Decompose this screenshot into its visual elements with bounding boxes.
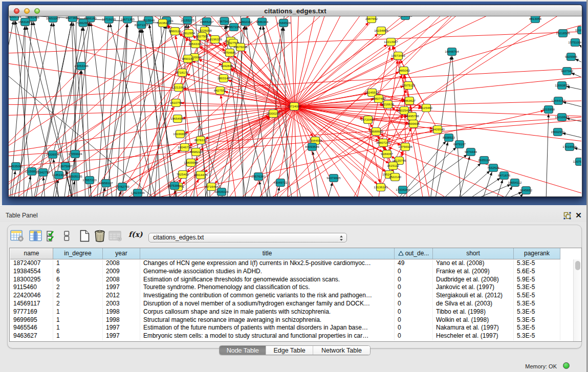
cell-out_degree[interactable]: 0: [395, 268, 433, 276]
graph-edge[interactable]: [186, 74, 294, 107]
table-row[interactable]: 977716911998Corpus callosum shape and si…: [10, 308, 574, 316]
graph-edge[interactable]: [498, 193, 523, 197]
cell-year[interactable]: 2008: [103, 259, 140, 268]
cell-name[interactable]: 9463627: [10, 332, 53, 340]
column-header-in_degree[interactable]: in_degree: [53, 248, 103, 259]
cell-name[interactable]: 9777169: [10, 308, 53, 316]
cell-year[interactable]: 1997: [103, 324, 140, 332]
cell-name[interactable]: 18724007: [10, 259, 53, 268]
graph-node[interactable]: 16155275: [181, 16, 195, 24]
cell-out_degree[interactable]: 0: [395, 308, 433, 316]
graph-node[interactable]: 9242845: [221, 62, 233, 70]
graph-node[interactable]: 1615112: [387, 162, 399, 170]
graph-node[interactable]: 12093873: [555, 82, 569, 90]
graph-node[interactable]: 8215958: [542, 106, 555, 114]
cell-pagerank[interactable]: 5.3E-5: [514, 308, 560, 316]
graph-edge[interactable]: [214, 106, 294, 184]
table-row[interactable]: 1456911722003Disruption of a novel membe…: [10, 300, 574, 308]
graph-node[interactable]: 11675345: [573, 158, 581, 166]
cell-out_degree[interactable]: 0: [395, 276, 433, 284]
graph-node[interactable]: 8813054: [529, 16, 542, 23]
tab-node-table[interactable]: Node Table: [220, 346, 266, 355]
graph-edge[interactable]: [294, 16, 581, 106]
graph-node[interactable]: 7163822: [157, 19, 169, 27]
graph-node[interactable]: 9329966: [565, 53, 578, 61]
graph-node[interactable]: 10719155: [102, 16, 116, 23]
graph-node[interactable]: 12444157: [551, 97, 565, 105]
graph-node[interactable]: 1610755: [170, 99, 183, 107]
graph-node[interactable]: 10654112: [508, 179, 522, 187]
graph-node[interactable]: 9699695: [407, 120, 420, 128]
cell-year[interactable]: 1998: [103, 308, 140, 316]
graph-node[interactable]: 15720407: [361, 116, 375, 124]
cell-out_degree[interactable]: 0: [395, 300, 433, 308]
cell-out_degree[interactable]: 0: [395, 283, 433, 292]
graph-node[interactable]: 19166825: [173, 130, 187, 138]
table-row[interactable]: 2242004622012Investigating the contribut…: [10, 292, 574, 300]
cell-out_degree[interactable]: 0: [395, 324, 433, 332]
cell-pagerank[interactable]: 5.5E-5: [514, 292, 560, 300]
graph-node[interactable]: 8660124: [169, 28, 182, 35]
graph-node[interactable]: 7857224: [228, 24, 241, 31]
table-row[interactable]: 1872400712008Changes of HCN gene express…: [10, 259, 574, 268]
function-builder-icon[interactable]: f(x): [128, 230, 143, 238]
column-selector-button[interactable]: [47, 231, 58, 244]
graph-node[interactable]: 17684528: [276, 19, 291, 27]
table-row[interactable]: 969969511998Structural magnetic resonanc…: [10, 316, 574, 324]
table-row[interactable]: 911546021997Tourette syndrome. Phenomeno…: [10, 283, 574, 292]
scrollbar-thumb[interactable]: [575, 261, 580, 270]
cell-year[interactable]: 1998: [103, 316, 140, 324]
cell-in_degree[interactable]: 2: [53, 300, 103, 308]
graph-edge[interactable]: [575, 59, 581, 70]
cell-pagerank[interactable]: 5.3E-5: [514, 259, 560, 268]
table-row[interactable]: 1830029562008Estimation of significance …: [10, 276, 574, 284]
graph-node[interactable]: 19218506: [556, 30, 570, 37]
graph-node[interactable]: 9463627: [403, 97, 416, 105]
cell-in_degree[interactable]: 2: [53, 283, 103, 292]
cell-pagerank[interactable]: 5.9E-5: [514, 276, 560, 284]
graph-node[interactable]: 8678332: [194, 137, 207, 144]
cell-year[interactable]: 2008: [103, 276, 140, 284]
graph-node[interactable]: 16671355: [120, 16, 135, 23]
table-row[interactable]: 946554611997Estimation of the future num…: [10, 324, 574, 332]
graph-edge[interactable]: [100, 16, 123, 197]
graph-node[interactable]: 19654955: [170, 115, 185, 123]
graph-edge[interactable]: [435, 178, 500, 197]
cell-in_degree[interactable]: 1: [53, 316, 103, 324]
graph-edge[interactable]: [99, 187, 105, 197]
network-graph[interactable]: 1405572420691406106532671527360264661601…: [9, 16, 581, 197]
graph-node[interactable]: 2935114: [478, 157, 490, 164]
graph-edge[interactable]: [9, 16, 294, 106]
cell-in_degree[interactable]: 6: [53, 276, 103, 284]
graph-node[interactable]: 17016504: [562, 143, 577, 151]
cell-short[interactable]: Franke et al. (2009): [433, 268, 514, 276]
graph-edge[interactable]: [150, 16, 161, 197]
graph-node[interactable]: 7625402: [177, 171, 189, 179]
graph-edge[interactable]: [9, 21, 13, 197]
graph-edge[interactable]: [294, 16, 538, 106]
column-header-year[interactable]: year: [103, 248, 140, 259]
graph-node[interactable]: 10653267: [46, 16, 60, 23]
graph-node[interactable]: 9245652: [520, 187, 533, 194]
close-panel-icon[interactable]: ✕: [575, 211, 582, 219]
cell-out_degree[interactable]: 0: [395, 292, 433, 300]
graph-node[interactable]: 20576383: [251, 173, 266, 181]
graph-edge[interactable]: [67, 23, 90, 197]
cell-title[interactable]: Estimation of the future numbers of pati…: [140, 324, 395, 332]
graph-node[interactable]: 12213967: [384, 38, 398, 46]
graph-node[interactable]: 8427552: [214, 87, 227, 95]
column-header-pagerank[interactable]: pagerank: [514, 248, 560, 259]
graph-edge[interactable]: [574, 148, 581, 154]
graph-node[interactable]: 6216636: [382, 101, 395, 108]
cell-out_degree[interactable]: 0: [395, 316, 433, 324]
graph-edge[interactable]: [9, 16, 294, 106]
cell-name[interactable]: 19384554: [10, 268, 53, 276]
cell-short[interactable]: Jankovic et al. (1997): [433, 283, 514, 292]
graph-node[interactable]: 9227342: [561, 68, 574, 75]
graph-edge[interactable]: [221, 196, 221, 198]
tab-edge-table[interactable]: Edge Table: [266, 346, 312, 355]
cell-short[interactable]: Nakamura et al. (1997): [433, 324, 514, 332]
cell-pagerank[interactable]: 5.3E-5: [514, 300, 560, 308]
memory-ok-led-icon[interactable]: [563, 362, 570, 369]
table-mode-button[interactable]: [10, 230, 24, 244]
